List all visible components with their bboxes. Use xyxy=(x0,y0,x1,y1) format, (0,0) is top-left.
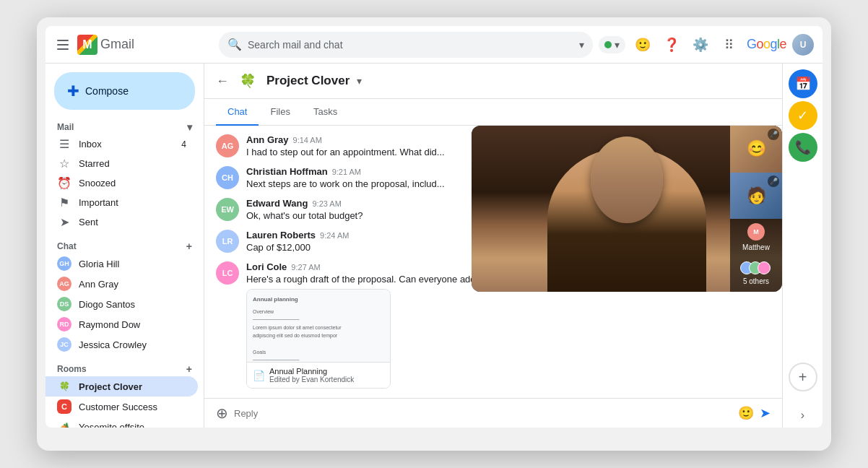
add-attachment-button[interactable]: ⊕ xyxy=(216,404,228,422)
sidebar-item-project-clover[interactable]: 🍀 Project Clover xyxy=(45,376,198,396)
chat-tabs: Chat Files Tasks xyxy=(204,99,782,126)
project-clover-label: Project Clover xyxy=(79,381,142,392)
sidebar-item-starred[interactable]: ☆ Starred xyxy=(45,154,198,173)
compose-plus-icon: ✚ xyxy=(67,82,79,100)
christian-hoffman-msg-avatar: CH xyxy=(216,166,239,189)
sidebar-item-jessica-crowley[interactable]: JC Jessica Crowley xyxy=(45,334,198,355)
send-button[interactable]: ➤ xyxy=(760,405,771,421)
doc-editor: Edited by Evan Kortendick xyxy=(269,376,354,384)
hamburger-menu-icon[interactable] xyxy=(54,36,71,53)
participants-strip: 😊 🎤 🧑 🎤 xyxy=(730,126,782,292)
chat-add-icon[interactable]: + xyxy=(186,240,192,252)
video-main: 😊 🎤 🧑 🎤 xyxy=(472,126,782,292)
message-1-header: Ann Gray 9:14 AM xyxy=(246,134,445,145)
matthew-avatars: M xyxy=(747,223,765,240)
sidebar: ✚ Compose Mail ▾ ☰ Inbox 4 ☆ Starred xyxy=(45,64,204,428)
chat-section-text: Chat xyxy=(57,241,77,251)
inbox-icon: ☰ xyxy=(57,137,71,151)
inbox-label: Inbox xyxy=(79,139,102,150)
message-3-time: 9:23 AM xyxy=(312,199,341,208)
status-indicator[interactable]: ▾ xyxy=(599,36,625,53)
messages-area: 😊 🎤 🧑 🎤 xyxy=(204,126,782,398)
message-1-time: 9:14 AM xyxy=(293,136,322,144)
snoozed-label: Snoozed xyxy=(79,178,116,188)
message-4-content: Lauren Roberts 9:24 AM Cap of $12,000 xyxy=(246,230,349,253)
message-3-text: Ok, what's our total budget? xyxy=(246,210,363,221)
yosemite-icon: 🏕️ xyxy=(57,420,71,428)
compose-button[interactable]: ✚ Compose xyxy=(54,72,195,110)
sidebar-item-ann-gray[interactable]: AG Ann Gray xyxy=(45,274,198,294)
participant-2-mute-icon: 🎤 xyxy=(768,176,779,187)
gmail-label: Gmail xyxy=(100,37,134,52)
rooms-add-icon[interactable]: + xyxy=(186,363,192,375)
rooms-section-label: Rooms + xyxy=(45,360,204,376)
message-2-time: 9:21 AM xyxy=(332,168,361,176)
panel-collapse-icon[interactable]: › xyxy=(801,409,804,422)
inbox-badge: 4 xyxy=(181,139,186,150)
sidebar-item-diogo-santos[interactable]: DS Diogo Santos xyxy=(45,294,198,314)
matthew-card: M Matthew xyxy=(730,219,782,255)
doc-info: Annual Planning Edited by Evan Kortendic… xyxy=(269,367,354,384)
message-3-sender: Edward Wang xyxy=(246,198,308,209)
meet-icon[interactable]: 📞 xyxy=(789,133,817,162)
todo-icon[interactable]: ✓ xyxy=(789,101,817,130)
ann-gray-msg-avatar: AG xyxy=(216,134,239,157)
customer-success-label: Customer Success xyxy=(79,402,157,412)
mail-collapse-icon[interactable]: ▾ xyxy=(187,121,192,133)
sidebar-item-yosemite-offsite[interactable]: 🏕️ Yosemite offsite xyxy=(45,417,198,428)
message-4-sender: Lauren Roberts xyxy=(246,230,316,240)
search-input[interactable]: Search mail and chat xyxy=(248,39,573,51)
starred-icon: ☆ xyxy=(57,157,71,170)
doc-preview: Annual planning Overview ───────────── L… xyxy=(247,290,390,362)
starred-label: Starred xyxy=(79,158,110,169)
sidebar-item-customer-success[interactable]: C Customer Success xyxy=(45,396,198,417)
jessica-crowley-label: Jessica Crowley xyxy=(79,339,147,350)
sidebar-item-gloria-hill[interactable]: GH Gloria Hill xyxy=(45,254,198,274)
edward-wang-msg-avatar: EW xyxy=(216,198,239,221)
settings-icon[interactable]: ⚙️ xyxy=(689,33,712,56)
diogo-santos-label: Diogo Santos xyxy=(79,299,135,310)
chat-header: ← 🍀 Project Clover ▾ xyxy=(204,64,782,99)
sidebar-item-snoozed[interactable]: ⏰ Snoozed xyxy=(45,173,198,193)
apps-icon[interactable]: ⠿ xyxy=(718,33,741,56)
gloria-hill-label: Gloria Hill xyxy=(79,259,119,269)
document-attachment[interactable]: Annual planning Overview ───────────── L… xyxy=(246,289,391,389)
message-2-sender: Christian Hoffman xyxy=(246,166,328,177)
message-4-time: 9:24 AM xyxy=(320,231,349,240)
tab-tasks[interactable]: Tasks xyxy=(302,99,349,126)
status-dot xyxy=(604,41,612,48)
calendar-icon[interactable]: 📅 xyxy=(789,69,817,98)
others-label: 5 others xyxy=(743,277,769,285)
back-button[interactable]: ← xyxy=(216,74,229,89)
gmail-logo: M Gmail xyxy=(77,35,134,55)
room-dropdown-icon[interactable]: ▾ xyxy=(357,75,362,87)
add-panel-button[interactable]: + xyxy=(789,363,817,391)
user-avatar[interactable]: U xyxy=(792,34,814,56)
customer-success-icon: C xyxy=(57,399,71,414)
jessica-crowley-avatar: JC xyxy=(57,337,71,352)
message-2-content: Christian Hoffman 9:21 AM Next steps are… xyxy=(246,166,445,189)
avatar-image: U xyxy=(792,34,814,56)
chat-section-label: Chat + xyxy=(45,238,204,254)
reply-input[interactable] xyxy=(234,408,732,419)
message-5-sender: Lori Cole xyxy=(246,261,287,272)
sidebar-item-sent[interactable]: ➤ Sent xyxy=(45,212,198,232)
help-icon[interactable]: ❓ xyxy=(660,33,683,56)
ann-gray-avatar: AG xyxy=(57,277,71,291)
sidebar-item-raymond-dow[interactable]: RD Raymond Dow xyxy=(45,314,198,334)
tab-chat[interactable]: Chat xyxy=(216,99,259,126)
search-dropdown-icon[interactable]: ▾ xyxy=(579,39,584,51)
emoji-button[interactable]: 🙂 xyxy=(738,405,754,421)
tab-files[interactable]: Files xyxy=(259,99,301,126)
emoji-icon[interactable]: 🙂 xyxy=(631,33,654,56)
mail-section-label: Mail ▾ xyxy=(45,118,204,134)
lauren-roberts-msg-avatar: LR xyxy=(216,230,239,253)
compose-label: Compose xyxy=(85,85,129,97)
raymond-dow-avatar: RD xyxy=(57,317,71,332)
search-bar[interactable]: 🔍 Search mail and chat ▾ xyxy=(219,32,593,58)
sidebar-item-important[interactable]: ⚑ Important xyxy=(45,193,198,212)
message-4-text: Cap of $12,000 xyxy=(246,242,349,253)
other-avatar-3 xyxy=(758,261,771,274)
sidebar-item-inbox[interactable]: ☰ Inbox 4 xyxy=(45,134,198,154)
dropdown-arrow-icon: ▾ xyxy=(615,39,620,51)
